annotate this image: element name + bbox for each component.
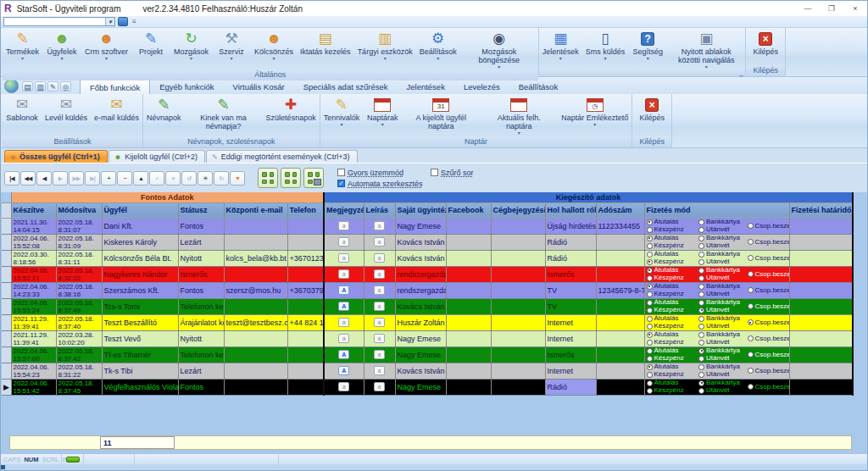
column-header-6[interactable]: Telefon [287, 202, 324, 218]
table-row[interactable]: 2022.04.06.15:52:212022.05.18.8:32:22Nag… [2, 266, 853, 282]
radio-k-szp-nz[interactable]: Készpénz [647, 355, 698, 362]
radio-ut-nv-t[interactable]: Utánvét [698, 226, 748, 233]
radio-bankk-rtya[interactable]: Bankkártya [698, 380, 748, 386]
radio-icon[interactable] [647, 252, 653, 258]
help-button[interactable]: ?Segítség▾ [628, 30, 667, 61]
row-selector[interactable] [2, 282, 11, 298]
radio-k-szp-nz[interactable]: Készpénz [647, 274, 698, 281]
radio-icon[interactable] [647, 284, 653, 290]
radio-csop-beszed-s[interactable]: Csop.beszedés [748, 384, 787, 391]
radio--tutal-s[interactable]: Átutalás [647, 219, 698, 225]
radio-icon[interactable] [698, 291, 704, 297]
radio-icon[interactable] [748, 271, 754, 277]
row-selector[interactable] [2, 266, 11, 282]
radio-icon[interactable] [698, 380, 704, 386]
nav-goto-bookmark-button[interactable]: ↻ [214, 171, 229, 186]
checkbox-icon[interactable] [337, 169, 345, 176]
radio-icon[interactable] [698, 372, 704, 378]
checkbox-sz-r-sor[interactable]: Szűrő sor [431, 169, 474, 177]
table-row[interactable]: ▶2022.04.06.15:51:422022.05.18.8:37:45Vé… [2, 379, 853, 395]
radio-icon[interactable] [698, 364, 704, 370]
description-document-icon[interactable]: a [374, 269, 385, 279]
radio-ut-nv-t[interactable]: Utánvét [698, 291, 748, 297]
radio-bankk-rtya[interactable]: Bankkártya [698, 235, 748, 241]
letter-send-button[interactable]: ✉Levél küldés [42, 96, 91, 122]
column-header-15[interactable]: Fizetési határidő [789, 202, 853, 218]
row-selector[interactable] [2, 314, 11, 330]
radio--tutal-s[interactable]: Átutalás [647, 283, 698, 290]
expand-all-button[interactable] [258, 168, 278, 188]
radio-icon[interactable] [748, 384, 754, 390]
note-document-icon[interactable]: a [338, 253, 349, 263]
radio-icon[interactable] [698, 219, 704, 225]
toolbar-overflow-icon[interactable]: ≡ [132, 18, 136, 25]
radio-icon[interactable] [698, 227, 704, 233]
radio-k-szp-nz[interactable]: Készpénz [647, 242, 698, 249]
radio-icon[interactable] [647, 300, 653, 306]
radio-icon[interactable] [698, 316, 704, 322]
radio--tutal-s[interactable]: Átutalás [647, 267, 698, 274]
note-document-icon[interactable]: a [338, 382, 349, 391]
radio-bankk-rtya[interactable]: Bankkártya [698, 331, 748, 338]
radio-icon[interactable] [647, 324, 653, 330]
radio-icon[interactable] [647, 372, 653, 378]
radio-csop-beszed-s[interactable]: Csop.beszedés [748, 303, 787, 310]
description-document-icon[interactable]: a [374, 285, 385, 295]
row-selector[interactable] [2, 250, 11, 266]
note-document-icon[interactable]: A [338, 302, 349, 311]
nameday-today-button[interactable]: ✎Kinek van ma névnapja? [185, 96, 263, 130]
quick-go-button[interactable] [118, 17, 128, 26]
radio-bankk-rtya[interactable]: Bankkártya [698, 219, 748, 225]
radio--tutal-s[interactable]: Átutalás [647, 235, 698, 241]
radio-icon[interactable] [698, 332, 704, 338]
row-selector[interactable] [2, 234, 11, 250]
exit-button[interactable]: ×Kilépés [746, 30, 785, 56]
radio-icon[interactable] [698, 243, 704, 249]
nav-next-button[interactable]: ▶ [53, 171, 68, 186]
radio-icon[interactable] [698, 324, 704, 330]
dialog-launcher-icon[interactable]: ⌐ [740, 70, 744, 81]
radio-k-szp-nz[interactable]: Készpénz [647, 371, 698, 378]
radio--tutal-s[interactable]: Átutalás [647, 363, 698, 370]
radio-k-szp-nz[interactable]: Készpénz [647, 307, 698, 313]
tab-jelent-sek[interactable]: Jelentések [397, 80, 453, 94]
radio-k-szp-nz[interactable]: Készpénz [647, 226, 698, 233]
nav-prev-button[interactable]: ◀ [36, 171, 52, 186]
customer-calendar-button[interactable]: 31A kijelölt ügyfél naptára [402, 96, 480, 130]
birthdays-button[interactable]: ✚Születésnapok [263, 96, 320, 122]
radio-icon[interactable] [698, 348, 704, 354]
products-button[interactable]: ✎Termékek▾ [3, 30, 42, 61]
table-row[interactable]: 2022.04.06.15:52:082022.05.18.8:31:09Kis… [2, 234, 853, 250]
column-header-10[interactable]: Facebook [446, 202, 491, 218]
radio-ut-nv-t[interactable]: Utánvét [698, 274, 748, 281]
doc-tab-1[interactable]: ◉Összes ügyfél (Ctrl+1) [4, 150, 108, 163]
description-document-icon[interactable]: a [374, 253, 385, 263]
radio-icon[interactable] [647, 227, 653, 233]
radio-icon[interactable] [698, 259, 704, 265]
checkbox-gyors-zemm-d[interactable]: Gyors üzemmód [337, 169, 419, 177]
radio-csop-beszed-s[interactable]: Csop.beszedés [748, 255, 787, 262]
radio--tutal-s[interactable]: Átutalás [647, 299, 698, 306]
nav-refresh-button[interactable]: ↺ [181, 171, 197, 186]
note-document-icon[interactable]: A [338, 285, 349, 295]
radio-bankk-rtya[interactable]: Bankkártya [698, 283, 748, 290]
column-header-11[interactable]: Cégbejegyzési szám [491, 202, 545, 218]
radio--tutal-s[interactable]: Átutalás [647, 380, 698, 386]
nav-insert-button[interactable]: + [101, 171, 116, 186]
nav-fast-prev-button[interactable]: ◀◀ [20, 171, 36, 186]
radio-csop-beszed-s[interactable]: Csop.beszedés [748, 335, 787, 342]
row-selector[interactable] [2, 330, 11, 346]
radio-icon[interactable] [647, 259, 653, 265]
row-selector[interactable] [2, 218, 11, 234]
sms-button[interactable]: ▯Sms küldés▾ [582, 30, 629, 61]
radio-csop-beszed-s[interactable]: Csop.beszedés [748, 368, 787, 374]
note-document-icon[interactable]: a [338, 221, 349, 230]
radio-icon[interactable] [698, 275, 704, 281]
calendars-button[interactable]: Naptárak▾ [363, 96, 402, 127]
rental-button[interactable]: ☻Kölcsönzés▾ [251, 30, 297, 61]
row-selector[interactable] [2, 363, 11, 379]
table-row[interactable]: 2022.04.06.15:54:232022.05.18.8:31:22Tk-… [2, 363, 853, 379]
nav-cancel-button[interactable]: × [165, 171, 181, 186]
radio-icon[interactable] [698, 340, 704, 346]
note-document-icon[interactable]: a [338, 318, 349, 327]
